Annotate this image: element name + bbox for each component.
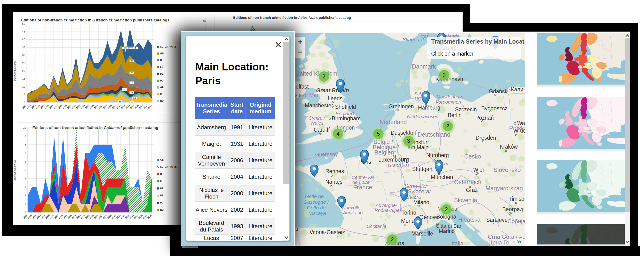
svg-text:Nantes: Nantes — [325, 179, 342, 185]
svg-text:8: 8 — [24, 143, 26, 146]
svg-text:4: 4 — [337, 131, 340, 137]
svg-text:16: 16 — [203, 20, 206, 23]
svg-text:Stacked quantities: Stacked quantities — [13, 61, 16, 81]
svg-text:Vorpommern: Vorpommern — [436, 99, 462, 105]
svg-text:IE: IE — [160, 180, 162, 183]
svg-text:5: 5 — [24, 169, 26, 171]
svg-text:GR: GR — [133, 97, 136, 99]
svg-text:SE+DK+NO+IS: SE+DK+NO+IS — [160, 166, 177, 168]
svg-text:25: 25 — [22, 62, 25, 65]
svg-text:Rennes: Rennes — [325, 168, 344, 174]
svg-text:RU: RU — [160, 100, 164, 102]
svg-text:30: 30 — [22, 54, 25, 57]
svg-text:Leeds: Leeds — [328, 95, 342, 102]
svg-text:IE: IE — [131, 101, 133, 103]
svg-text:Danmark: Danmark — [412, 63, 436, 70]
svg-text:Leaflet: Leaflet — [510, 240, 521, 244]
svg-text:5: 5 — [24, 93, 25, 96]
svg-text:PL: PL — [160, 79, 163, 82]
svg-text:Mecklenburg-: Mecklenburg- — [436, 94, 465, 99]
svg-text:10: 10 — [23, 126, 26, 129]
svg-text:5: 5 — [377, 131, 380, 137]
svg-text:0: 0 — [24, 101, 25, 104]
svg-text:Guernsey: Guernsey — [315, 151, 338, 157]
svg-text:Gdańsk: Gdańsk — [489, 88, 508, 94]
svg-text:Vizcaya: Vizcaya — [309, 211, 326, 216]
svg-text:10: 10 — [22, 85, 25, 88]
svg-text:2: 2 — [391, 237, 394, 243]
svg-text:Slovenija: Slovenija — [454, 197, 477, 203]
svg-text:Česko: Česko — [464, 153, 481, 160]
svg-text:RU: RU — [119, 100, 121, 102]
svg-text:GB: GB — [131, 60, 133, 62]
svg-text:Milano: Milano — [413, 199, 429, 205]
svg-text:Poznań: Poznań — [475, 115, 494, 121]
svg-text:rn: rn — [444, 161, 448, 166]
svg-text:Marino: Marino — [439, 228, 454, 234]
svg-text:Dresden: Dresden — [476, 135, 496, 141]
svg-text:6: 6 — [24, 160, 26, 163]
svg-text:PL: PL — [123, 88, 126, 90]
svg-text:Kraków: Kraków — [500, 144, 518, 150]
svg-text:Great Britain: Great Britain — [316, 87, 349, 94]
svg-text:ES: ES — [160, 194, 164, 197]
svg-text:Lu: Lu — [522, 128, 525, 134]
svg-text:Centre-Val: Centre-Val — [352, 175, 374, 180]
svg-text:Editions of non-french crime f: Editions of non-french crime fiction in … — [21, 18, 170, 22]
svg-text:Auvergne-: Auvergne- — [375, 203, 398, 208]
svg-text:Nürnberg: Nürnberg — [426, 152, 449, 158]
svg-text:RU: RU — [160, 209, 164, 211]
svg-text:Nouvelle-: Nouvelle- — [342, 205, 362, 210]
svg-text:Wien: Wien — [473, 167, 486, 173]
svg-text:Србија: Србија — [508, 218, 525, 225]
svg-text:Wales: Wales — [310, 120, 324, 126]
svg-text:Rhône-Alpes: Rhône-Alpes — [374, 208, 402, 213]
svg-text:Stacked Quantities: Stacked Quantities — [13, 160, 16, 180]
svg-text:PL: PL — [160, 201, 163, 204]
svg-text:3: 3 — [443, 72, 446, 78]
svg-text:SE+DK+NO+IS: SE+DK+NO+IS — [124, 47, 136, 49]
svg-text:Nederland: Nederland — [380, 119, 407, 125]
svg-text:IT: IT — [160, 59, 162, 62]
svg-text:de Loire: de Loire — [352, 180, 370, 185]
svg-text:Österreich: Österreich — [454, 179, 481, 185]
svg-text:40: 40 — [22, 38, 25, 41]
svg-text:Marseille: Marseille — [412, 231, 433, 237]
svg-text:Vitoria-Gasteiz: Vitoria-Gasteiz — [310, 229, 345, 235]
svg-text:IT: IT — [131, 72, 133, 74]
svg-text:4: 4 — [24, 177, 26, 180]
svg-text:GB: GB — [160, 158, 164, 161]
svg-text:0: 0 — [24, 211, 26, 214]
svg-text:Grand Est: Grand Est — [388, 163, 409, 168]
svg-text:München: München — [431, 174, 453, 180]
svg-text:9: 9 — [24, 135, 26, 137]
svg-text:Gascogne /: Gascogne / — [303, 199, 329, 205]
svg-text:ES: ES — [160, 66, 164, 68]
svg-text:Timișoara: Timișoara — [508, 196, 525, 202]
svg-text:IE: IE — [160, 93, 162, 96]
svg-text:Golfe de: Golfe de — [305, 194, 324, 199]
svg-text:Hamburg: Hamburg — [418, 105, 440, 111]
svg-text:Isle of Man: Isle of Man — [293, 92, 320, 98]
svg-text:35: 35 — [22, 46, 25, 49]
svg-text:1: 1 — [24, 203, 26, 205]
svg-text:Stuttgart: Stuttgart — [412, 166, 433, 172]
svg-text:15: 15 — [22, 77, 25, 80]
svg-text:2: 2 — [445, 206, 448, 212]
svg-text:DE: DE — [131, 91, 133, 94]
svg-text:2: 2 — [24, 194, 26, 197]
svg-text:ES: ES — [131, 82, 133, 84]
svg-text:Niedersachsen: Niedersachsen — [407, 114, 438, 119]
svg-text:Italia: Italia — [452, 240, 464, 246]
svg-text:20: 20 — [22, 69, 25, 72]
svg-text:DE: DE — [160, 73, 164, 75]
svg-text:Slovensko: Slovensko — [494, 166, 521, 173]
svg-text:Berlin: Berlin — [448, 112, 462, 118]
svg-text:Groningen: Groningen — [388, 103, 414, 110]
svg-text:Sheffield: Sheffield — [335, 104, 356, 110]
svg-text:2: 2 — [322, 73, 326, 80]
svg-text:Editions of non-french crime f: Editions of non-french crime fiction in … — [233, 15, 351, 19]
svg-text:Occitanie: Occitanie — [366, 224, 386, 229]
svg-text:2: 2 — [446, 123, 450, 129]
svg-text:Belgien: Belgien — [374, 149, 394, 156]
